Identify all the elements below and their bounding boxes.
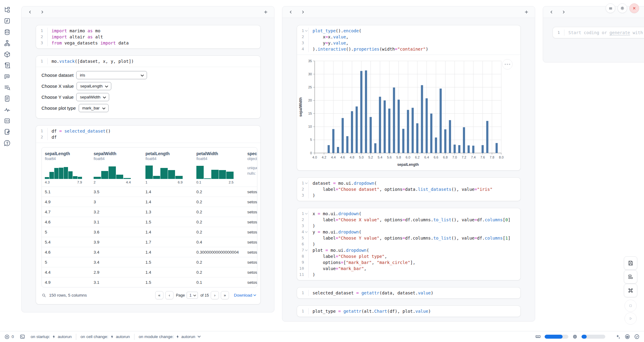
chevron-left-icon[interactable] (287, 9, 294, 16)
package-icon[interactable] (4, 51, 11, 58)
table-row: 53.41.50.2setosa (42, 257, 257, 267)
help-chat-icon[interactable] (4, 140, 11, 147)
dependency-graph-icon[interactable] (4, 40, 11, 47)
svg-text:4.6: 4.6 (340, 155, 345, 159)
line-number: 1 (36, 128, 48, 134)
add-cell-button[interactable] (523, 9, 530, 16)
errors-indicator[interactable]: 0 (4, 334, 14, 340)
page-select[interactable]: 1 (187, 292, 198, 299)
document-icon[interactable] (4, 95, 11, 102)
code-editor[interactable]: 1df = selected_dataset()2df (36, 126, 260, 143)
code-editor[interactable]: 1import marimo as mo2import altair as al… (36, 25, 260, 48)
scratchpad-icon[interactable] (4, 128, 11, 135)
panel-middle-header (282, 6, 535, 18)
column-header-petalLength[interactable]: petalLengthfloat6416.9 (145, 151, 196, 184)
chevron-left-icon[interactable] (27, 9, 33, 16)
settings-gear-button[interactable] (617, 3, 627, 13)
bar-chart[interactable]: 051015202530354.04.24.44.64.85.05.25.45.… (297, 55, 521, 170)
stop-button[interactable] (624, 300, 637, 312)
layout-button[interactable] (624, 270, 637, 283)
code-cell-dataset-dropdown: 1dataset = mo.ui.dropdown(2 label="Choos… (297, 178, 521, 201)
line-number: 10 (297, 265, 309, 272)
svg-text:35: 35 (308, 59, 312, 63)
run-button[interactable] (624, 312, 637, 325)
line-number: 9 (297, 259, 309, 265)
svg-text:5.6: 5.6 (387, 155, 392, 159)
svg-text:6.2: 6.2 (415, 155, 420, 159)
column-header-sepalWidth[interactable]: sepalWidthfloat6424.4 (94, 151, 145, 184)
scroll-logs-icon[interactable] (4, 62, 11, 69)
y-value-select[interactable]: sepalWidth (76, 93, 109, 101)
table-row: 4.63.41.40.30000000000000004setosa (42, 247, 257, 257)
prev-page-button[interactable]: ‹ (165, 291, 174, 299)
search-list-icon[interactable] (4, 84, 11, 91)
code-editor[interactable]: 1dataset = mo.ui.dropdown(2 label="Choos… (297, 178, 521, 201)
line-number: 7 (297, 247, 309, 253)
empty-code-cell: 1 Start coding or generate with (553, 27, 644, 38)
connection-status-icon[interactable] (634, 334, 640, 340)
column-header-sepalLength[interactable]: sepalLengthfloat644.37.9 (45, 151, 94, 184)
column-header-species[interactable]: speciesobjectunique:nulls: (247, 151, 257, 184)
functions-icon[interactable] (4, 17, 11, 24)
table-row: 4.931.40.2setosa (42, 197, 257, 207)
runtime-config-2[interactable]: on module change:autorun (139, 334, 201, 339)
chevron-right-icon[interactable] (39, 9, 45, 16)
svg-text:20: 20 (308, 98, 312, 102)
chevron-left-icon[interactable] (548, 9, 555, 16)
code-line: 1plot_type().encode( (297, 28, 521, 34)
svg-text:6.8: 6.8 (443, 155, 448, 159)
hamburger-menu-button[interactable] (606, 3, 615, 13)
code-line: 2import altair as alt (36, 34, 260, 40)
copilot-icon[interactable] (624, 334, 630, 340)
column-header-petalWidth[interactable]: petalWidthfloat640.12.5 (196, 151, 247, 184)
line-number: 1 (297, 180, 309, 186)
next-page-button[interactable]: › (211, 291, 219, 299)
chevron-right-icon[interactable] (560, 9, 567, 16)
last-page-button[interactable]: » (221, 291, 229, 299)
line-number: 5 (297, 235, 309, 241)
add-cell-button[interactable] (262, 9, 269, 16)
runtime-config-1[interactable]: on cell change:autorun (80, 334, 130, 339)
line-number: 2 (297, 186, 309, 192)
line-number: 1 (297, 290, 309, 296)
chevron-right-icon[interactable] (299, 9, 306, 16)
code-editor[interactable]: 1x = mo.ui.dropdown(2 label="Choose X va… (297, 208, 521, 280)
line-number: 3 (297, 192, 309, 198)
activity-pulse-icon[interactable] (4, 106, 11, 113)
generate-link[interactable]: generate (610, 30, 630, 35)
code-editor[interactable]: 1 Start coding or generate with (553, 27, 644, 38)
ai-sparkles-icon[interactable] (615, 334, 621, 340)
table-row: 4.73.21.30.2setosa (42, 207, 257, 217)
first-page-button[interactable]: « (155, 291, 163, 299)
chart-menu-button[interactable] (502, 59, 513, 69)
chat-bot-icon[interactable] (4, 73, 11, 80)
line-number: 2 (36, 34, 48, 40)
code-editor[interactable]: 1plot_type = getattr(alt.Chart(df), plot… (297, 306, 521, 317)
cell-output-table: sepalLengthfloat644.37.9sepalWidthfloat6… (36, 143, 260, 299)
code-line: 2 x=x.value, (297, 34, 521, 40)
database-icon[interactable] (4, 29, 11, 36)
dataset-select[interactable]: iris (76, 71, 147, 79)
panel-left-header (22, 6, 274, 18)
x-value-select[interactable]: sepalLength (77, 82, 112, 90)
runtime-config-0[interactable]: on startup:autorun (31, 334, 72, 339)
code-line: 8 label="Choose plot type", (297, 253, 521, 259)
close-panel-button[interactable] (629, 3, 639, 13)
code-line: 2 label="Choose dataset", options=data.l… (297, 186, 521, 192)
svg-text:25: 25 (308, 85, 312, 89)
code-block-icon[interactable] (4, 117, 11, 124)
download-button[interactable]: Download (234, 293, 256, 297)
code-line: 1selected_dataset = getattr(data, datase… (297, 290, 521, 296)
terminal-icon[interactable] (20, 334, 25, 340)
keyboard-shortcuts-button[interactable] (624, 284, 637, 297)
code-editor[interactable]: 1mo.vstack([dataset, x, y, plot]) (36, 56, 260, 67)
plot-type-select[interactable]: mark_bar (79, 104, 109, 112)
notebook-column-right: 1 Start coding or generate with (543, 6, 644, 62)
code-editor[interactable]: 1selected_dataset = getattr(data, datase… (297, 287, 521, 298)
editor-placeholder: Start coding or generate with (564, 30, 643, 36)
code-editor[interactable]: 1plot_type().encode(2 x=x.value,3 y=y.va… (297, 25, 521, 55)
search-icon[interactable] (41, 293, 46, 298)
lightning-bolt-icon (52, 334, 56, 339)
file-tree-icon[interactable] (4, 6, 11, 13)
save-button[interactable] (624, 256, 637, 270)
